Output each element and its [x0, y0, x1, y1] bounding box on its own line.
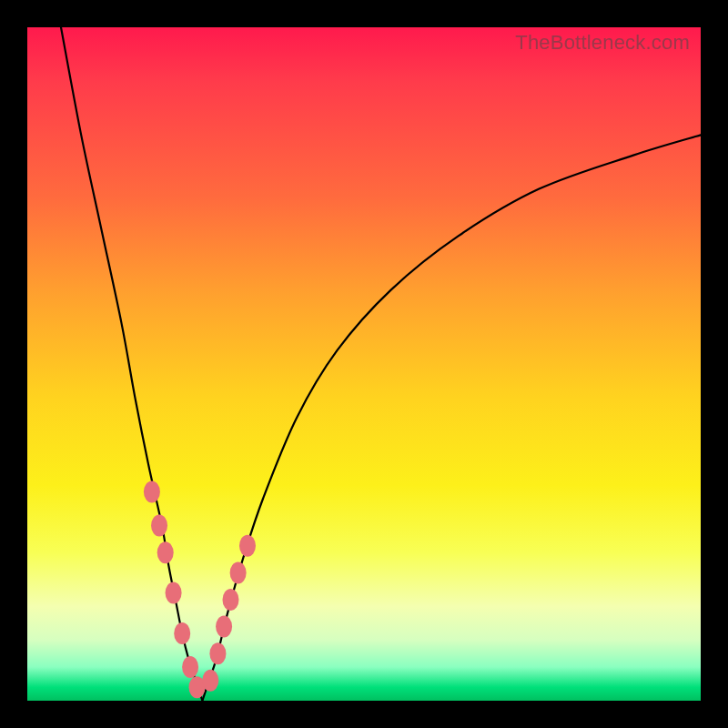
data-marker	[144, 481, 160, 503]
data-marker	[216, 616, 232, 638]
curve-left-path	[61, 27, 202, 701]
curve-left	[61, 27, 202, 701]
data-marker	[230, 561, 247, 583]
curve-right-path	[202, 135, 701, 701]
data-marker	[202, 670, 218, 692]
marker-group	[144, 481, 256, 699]
data-marker	[166, 582, 182, 604]
data-marker	[174, 622, 190, 644]
curve-right	[202, 135, 701, 701]
data-marker	[209, 642, 226, 664]
data-marker	[151, 515, 167, 537]
data-marker	[157, 541, 174, 563]
data-marker	[182, 656, 198, 678]
gradient-plot-area: TheBottleneck.com	[27, 27, 701, 701]
data-marker	[239, 535, 256, 557]
data-marker	[222, 589, 238, 611]
image-frame: TheBottleneck.com	[0, 0, 728, 728]
curve-overlay	[27, 27, 701, 701]
